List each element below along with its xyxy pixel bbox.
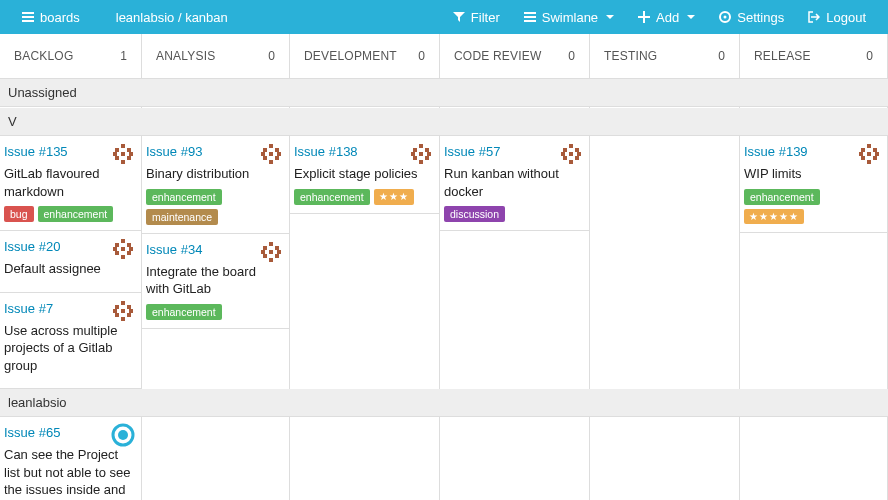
svg-rect-30 (127, 305, 131, 309)
topbar: boards leanlabsio / kanban Filter Swimla… (0, 0, 888, 34)
column-header[interactable]: BACKLOG1 (0, 34, 142, 78)
column-count: 0 (718, 49, 725, 63)
kanban-card[interactable]: Issue #93Binary distributionenhancementm… (142, 136, 289, 234)
assignee-avatar[interactable] (259, 240, 283, 264)
svg-rect-15 (129, 152, 133, 156)
swimlane-header[interactable]: leanlabsio (0, 389, 888, 417)
lane-column[interactable]: Issue #57Run kanban without dockerdiscus… (440, 136, 590, 389)
kanban-card[interactable]: Issue #65Can see the Project list but no… (0, 417, 141, 500)
lane-column[interactable]: Issue #139WIP limitsenhancement★★★★★clos… (740, 136, 888, 389)
svg-rect-55 (419, 144, 423, 148)
boards-menu[interactable]: boards (10, 0, 92, 34)
card-tags: bugenhancement (4, 206, 131, 222)
chevron-down-icon (687, 15, 695, 19)
lane-column[interactable]: Issue #65Can see the Project list but no… (0, 417, 142, 500)
svg-rect-13 (113, 152, 117, 156)
assignee-avatar[interactable] (259, 142, 283, 166)
settings-button[interactable]: Settings (707, 0, 796, 34)
svg-rect-79 (861, 156, 865, 160)
kanban-card[interactable]: Issue #34Integrate the board with GitLab… (142, 234, 289, 329)
column-name: BACKLOG (14, 49, 73, 63)
svg-rect-10 (121, 144, 125, 148)
assignee-avatar[interactable] (857, 142, 881, 166)
card-tags: enhancementmaintenance (146, 189, 279, 225)
lane-column[interactable] (290, 107, 440, 108)
lane-column[interactable] (440, 107, 590, 108)
lane-column[interactable] (290, 417, 440, 500)
tag-enhancement[interactable]: enhancement (38, 206, 114, 222)
assignee-avatar[interactable] (409, 142, 433, 166)
lane-column[interactable]: Issue #138Explicit stage policiesenhance… (290, 136, 440, 389)
logout-button[interactable]: Logout (796, 0, 878, 34)
tag-enhancement[interactable]: enhancement (744, 189, 820, 205)
swimlane-header[interactable]: V (0, 108, 888, 136)
add-menu[interactable]: Add (626, 0, 707, 34)
kanban-card[interactable]: Issue #138Explicit stage policiesenhance… (290, 136, 439, 214)
svg-rect-49 (261, 250, 265, 254)
card-tags: enhancement★★★ (294, 189, 429, 205)
lane-column[interactable]: Issue #135GitLab flavoured markdownbugen… (0, 136, 142, 389)
tag-enhancement[interactable]: enhancement (146, 189, 222, 205)
svg-rect-41 (269, 152, 273, 156)
breadcrumb[interactable]: leanlabsio / kanban (98, 0, 240, 34)
column-header[interactable]: DEVELOPMENT0 (290, 34, 440, 78)
tag-enhancement[interactable]: enhancement (146, 304, 222, 320)
column-header[interactable]: TESTING0 (590, 34, 740, 78)
lane-column[interactable] (142, 417, 290, 500)
svg-rect-77 (867, 152, 871, 156)
tag-maintenance[interactable]: maintenance (146, 209, 218, 225)
column-header[interactable]: CODE REVIEW0 (440, 34, 590, 78)
svg-rect-39 (275, 148, 279, 152)
column-count: 0 (568, 49, 575, 63)
column-header[interactable]: RELEASE0 (740, 34, 888, 78)
svg-rect-24 (129, 247, 133, 251)
assignee-avatar[interactable] (111, 299, 135, 323)
priority-stars: ★★★★★ (744, 209, 804, 224)
svg-rect-76 (859, 152, 863, 156)
column-headers: BACKLOG1ANALYSIS0DEVELOPMENT0CODE REVIEW… (0, 34, 888, 79)
column-count: 0 (268, 49, 275, 63)
column-name: CODE REVIEW (454, 49, 542, 63)
priority-stars: ★★★ (374, 189, 414, 205)
column-header[interactable]: ANALYSIS0 (142, 34, 290, 78)
svg-rect-16 (115, 156, 119, 160)
tag-bug[interactable]: bug (4, 206, 34, 222)
swimlane-header[interactable]: Unassigned (0, 79, 888, 107)
kanban-card[interactable]: Issue #7Use across multiple projects of … (0, 293, 141, 390)
assignee-avatar[interactable] (111, 142, 135, 166)
lane-column[interactable]: Issue #93Binary distributionenhancementm… (142, 136, 290, 389)
lane-column[interactable] (142, 107, 290, 108)
tag-discussion[interactable]: discussion (444, 206, 505, 222)
svg-rect-44 (275, 156, 279, 160)
lane-column[interactable] (440, 417, 590, 500)
assignee-avatar[interactable] (111, 237, 135, 261)
kanban-card[interactable]: Issue #135GitLab flavoured markdownbugen… (0, 136, 141, 231)
tag-enhancement[interactable]: enhancement (294, 189, 370, 205)
svg-rect-62 (425, 156, 429, 160)
svg-rect-25 (115, 251, 119, 255)
svg-rect-69 (577, 152, 581, 156)
gear-icon (719, 11, 731, 23)
lane-column[interactable] (0, 107, 142, 108)
list-icon (22, 11, 34, 23)
kanban-card[interactable]: Issue #139WIP limitsenhancement★★★★★clos… (740, 136, 887, 233)
lane-column[interactable] (590, 136, 740, 389)
lane-column[interactable] (740, 417, 888, 500)
column-name: RELEASE (754, 49, 811, 63)
kanban-card[interactable]: Issue #20Default assignee (0, 231, 141, 293)
svg-rect-81 (867, 160, 871, 164)
svg-rect-72 (569, 160, 573, 164)
swimlane-menu[interactable]: Swimlane (512, 0, 626, 34)
lane-column[interactable] (590, 417, 740, 500)
assignee-avatar[interactable] (559, 142, 583, 166)
svg-rect-64 (569, 144, 573, 148)
card-title: Binary distribution (146, 165, 279, 183)
svg-rect-11 (115, 148, 119, 152)
svg-rect-38 (263, 148, 267, 152)
lane-column[interactable] (590, 107, 740, 108)
filter-button[interactable]: Filter (441, 0, 512, 34)
assignee-avatar[interactable] (111, 423, 135, 447)
card-title: WIP limits (744, 165, 877, 183)
kanban-card[interactable]: Issue #57Run kanban without dockerdiscus… (440, 136, 589, 231)
lane-column[interactable] (740, 107, 888, 108)
